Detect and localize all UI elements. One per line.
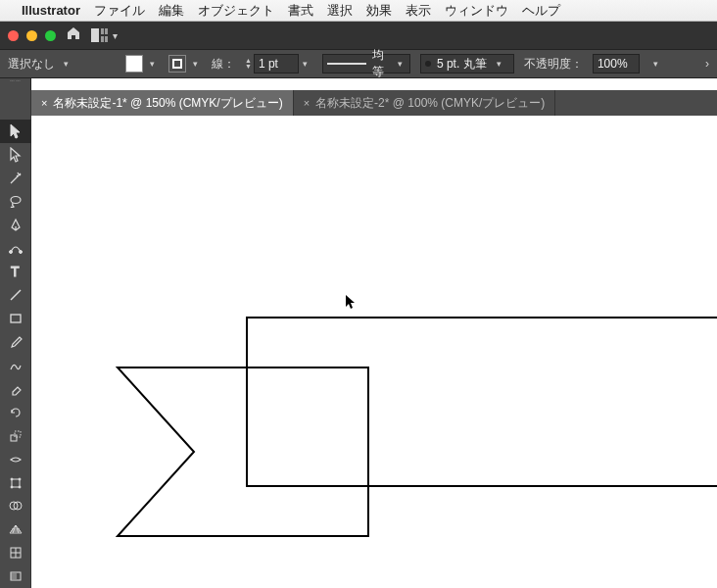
svg-line-9 bbox=[11, 290, 21, 300]
tab-document-1[interactable]: × 名称未設定-1* @ 150% (CMYK/プレビュー) bbox=[31, 90, 294, 116]
stroke-width-spinner[interactable]: ▲▼ 1 pt ▾ bbox=[245, 54, 312, 74]
control-overflow-button[interactable]: › bbox=[705, 57, 709, 71]
tab-label: 名称未設定-1* @ 150% (CMYK/プレビュー) bbox=[53, 95, 282, 112]
brush-dropdown[interactable]: ▾ bbox=[493, 59, 506, 69]
shaper-tool[interactable] bbox=[0, 354, 31, 377]
direct-selection-tool[interactable] bbox=[0, 143, 31, 167]
stroke-dropdown[interactable]: ▾ bbox=[188, 59, 202, 69]
brush-label: 5 pt. 丸筆 bbox=[437, 56, 487, 73]
line-tool[interactable] bbox=[0, 283, 31, 307]
fill-swatch-group: ▾ bbox=[125, 55, 159, 73]
free-transform-tool[interactable] bbox=[0, 471, 31, 495]
svg-text:T: T bbox=[11, 264, 20, 279]
svg-rect-0 bbox=[91, 28, 99, 42]
svg-point-14 bbox=[11, 478, 13, 480]
shape-builder-tool[interactable] bbox=[0, 495, 31, 518]
brush-field[interactable]: 5 pt. 丸筆 ▾ bbox=[420, 54, 514, 74]
svg-rect-3 bbox=[101, 36, 104, 42]
stroke-color-swatch[interactable] bbox=[168, 55, 186, 73]
selection-status: 選択なし ▾ bbox=[8, 56, 116, 73]
paintbrush-tool[interactable] bbox=[0, 330, 31, 354]
opacity-label: 不透明度： bbox=[524, 56, 583, 73]
close-window-button[interactable] bbox=[8, 30, 19, 41]
chevron-down-icon: ▾ bbox=[113, 30, 118, 41]
opacity-field[interactable]: 100% bbox=[593, 54, 640, 74]
selection-dropdown[interactable]: ▾ bbox=[59, 59, 72, 69]
svg-point-7 bbox=[19, 251, 22, 254]
svg-point-16 bbox=[11, 486, 13, 488]
app-menu[interactable]: Illustrator bbox=[22, 3, 80, 18]
canvas[interactable] bbox=[31, 116, 717, 588]
menu-type[interactable]: 書式 bbox=[288, 2, 313, 20]
svg-rect-10 bbox=[11, 315, 21, 322]
brush-preview-icon bbox=[425, 61, 431, 67]
magic-wand-tool[interactable] bbox=[0, 167, 31, 190]
perspective-grid-tool[interactable] bbox=[0, 517, 31, 541]
fill-color-swatch[interactable] bbox=[125, 55, 143, 73]
scale-tool[interactable] bbox=[0, 424, 31, 448]
vector-path-rectangle[interactable] bbox=[245, 316, 717, 488]
tool-panel-grip[interactable]: ┄┄ bbox=[0, 78, 31, 90]
cursor-arrow-icon bbox=[345, 295, 357, 311]
width-tool[interactable] bbox=[0, 448, 31, 471]
stroke-width-dropdown[interactable]: ▾ bbox=[299, 59, 312, 69]
tools-panel: T bbox=[0, 90, 31, 588]
stroke-label: 線： bbox=[212, 56, 235, 73]
menu-effect[interactable]: 効果 bbox=[366, 2, 392, 20]
tab-label: 名称未設定-2* @ 100% (CMYK/プレビュー) bbox=[315, 95, 545, 112]
svg-point-15 bbox=[19, 478, 21, 480]
menu-help[interactable]: ヘルプ bbox=[522, 2, 560, 20]
close-tab-icon[interactable]: × bbox=[304, 97, 310, 109]
menu-view[interactable]: 表示 bbox=[406, 2, 431, 20]
control-bar: 選択なし ▾ ▾ ▾ 線： ▲▼ 1 pt ▾ 均等 ▾ 5 pt. 丸筆 ▾ … bbox=[0, 49, 717, 78]
app-bar: ▾ bbox=[0, 22, 717, 49]
selection-tool[interactable] bbox=[0, 120, 31, 143]
svg-point-5 bbox=[11, 196, 21, 203]
fill-dropdown[interactable]: ▾ bbox=[145, 59, 159, 69]
arrange-documents-button[interactable]: ▾ bbox=[91, 28, 118, 42]
macos-menubar: Illustrator ファイル 編集 オブジェクト 書式 選択 効果 表示 ウ… bbox=[0, 0, 717, 22]
tab-document-2[interactable]: × 名称未設定-2* @ 100% (CMYK/プレビュー) bbox=[294, 90, 556, 116]
pen-tool[interactable] bbox=[0, 214, 31, 237]
minimize-window-button[interactable] bbox=[26, 30, 37, 41]
stroke-width-field[interactable]: 1 pt bbox=[254, 54, 299, 74]
menu-select[interactable]: 選択 bbox=[327, 2, 353, 20]
svg-rect-1 bbox=[101, 28, 104, 34]
document-tabs: × 名称未設定-1* @ 150% (CMYK/プレビュー) × 名称未設定-2… bbox=[31, 90, 717, 116]
svg-rect-4 bbox=[105, 36, 108, 42]
selection-label: 選択なし bbox=[8, 56, 55, 73]
rotate-tool[interactable] bbox=[0, 401, 31, 424]
window-controls bbox=[8, 30, 56, 41]
zoom-window-button[interactable] bbox=[45, 30, 56, 41]
lasso-tool[interactable] bbox=[0, 190, 31, 214]
svg-rect-11 bbox=[11, 435, 17, 441]
stroke-preview-icon bbox=[327, 63, 367, 65]
home-icon[interactable] bbox=[66, 25, 81, 45]
curvature-tool[interactable] bbox=[0, 237, 31, 261]
svg-rect-13 bbox=[12, 479, 20, 487]
rectangle-tool[interactable] bbox=[0, 307, 31, 330]
opacity-dropdown[interactable]: ▾ bbox=[649, 59, 663, 69]
stroke-profile-label: 均等 bbox=[372, 47, 389, 80]
svg-point-17 bbox=[19, 486, 21, 488]
eraser-tool[interactable] bbox=[0, 377, 31, 401]
svg-point-6 bbox=[9, 251, 12, 254]
close-tab-icon[interactable]: × bbox=[41, 97, 47, 109]
svg-rect-12 bbox=[15, 431, 21, 437]
stroke-profile-field[interactable]: 均等 ▾ bbox=[322, 54, 410, 74]
svg-rect-2 bbox=[105, 28, 108, 34]
menu-window[interactable]: ウィンドウ bbox=[445, 2, 508, 20]
mesh-tool[interactable] bbox=[0, 541, 31, 564]
menu-file[interactable]: ファイル bbox=[94, 2, 145, 20]
menu-object[interactable]: オブジェクト bbox=[198, 2, 274, 20]
gradient-tool[interactable] bbox=[0, 564, 31, 588]
stroke-profile-dropdown[interactable]: ▾ bbox=[396, 59, 406, 69]
stroke-swatch-group: ▾ bbox=[168, 55, 202, 73]
type-tool[interactable]: T bbox=[0, 260, 31, 283]
menu-edit[interactable]: 編集 bbox=[159, 2, 184, 20]
